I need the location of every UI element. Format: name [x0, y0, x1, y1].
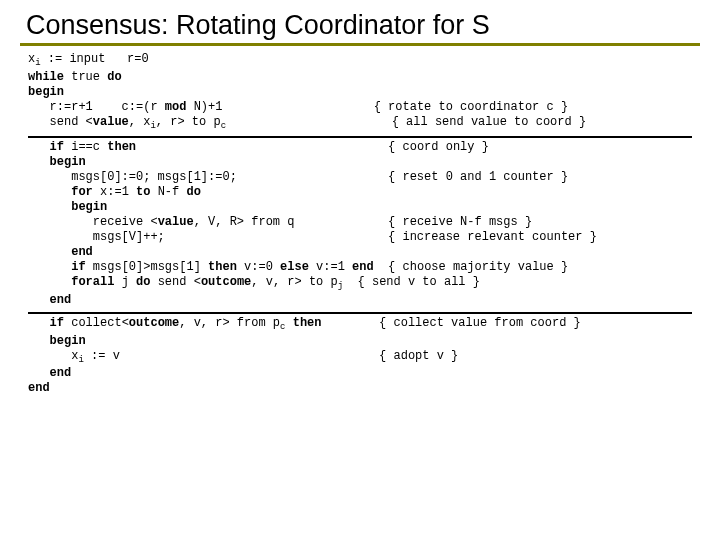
code-section-1: xi := input r=0 while true do begin r:=r…	[28, 52, 692, 132]
divider-1	[28, 136, 692, 138]
code-section-2: if i==c then { coord only } begin msgs[0…	[28, 140, 692, 308]
code-section-3: if collect<outcome, v, r> from pc then {…	[28, 316, 692, 396]
divider-2	[28, 312, 692, 314]
page-title: Consensus: Rotating Coordinator for S	[20, 10, 700, 41]
